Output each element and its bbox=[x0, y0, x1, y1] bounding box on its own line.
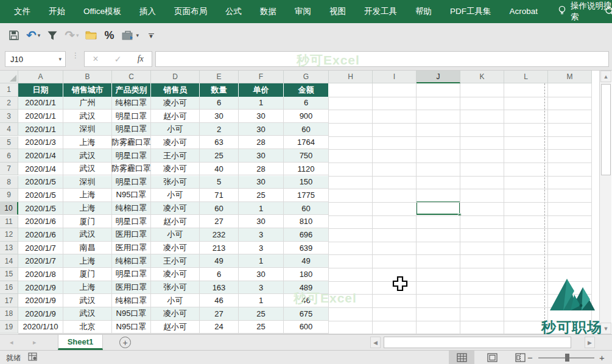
column-header-D[interactable]: D bbox=[151, 71, 200, 83]
cell-C18[interactable]: N95口罩 bbox=[112, 307, 151, 321]
row-header-7[interactable]: 7 bbox=[0, 163, 18, 176]
cell-A7[interactable]: 2020/1/4 bbox=[18, 163, 63, 176]
cell-A5[interactable]: 2020/1/3 bbox=[18, 136, 63, 150]
row-header-10[interactable]: 10 bbox=[0, 202, 18, 215]
cell-B7[interactable]: 武汉 bbox=[63, 163, 112, 176]
cell-B8[interactable]: 深圳 bbox=[63, 176, 112, 189]
menu-tab-帮助[interactable]: 帮助 bbox=[406, 0, 441, 23]
cell-F14[interactable]: 1 bbox=[239, 254, 284, 268]
cell-C13[interactable]: 医用口罩 bbox=[112, 242, 151, 255]
cell-D15[interactable]: 凌小可 bbox=[151, 268, 200, 281]
column-header-A[interactable]: A bbox=[18, 71, 63, 83]
cell-E11[interactable]: 27 bbox=[200, 215, 239, 229]
table-header-金额[interactable]: 金额 bbox=[284, 83, 329, 97]
row-header-15[interactable]: 15 bbox=[0, 268, 18, 281]
cell-A18[interactable]: 2020/1/9 bbox=[18, 307, 63, 321]
cell-A19[interactable]: 2020/1/10 bbox=[18, 321, 63, 334]
column-header-I[interactable]: I bbox=[373, 71, 417, 83]
cell-D11[interactable]: 赵小可 bbox=[151, 215, 200, 229]
cell-C10[interactable]: 纯棉口罩 bbox=[112, 202, 151, 215]
macro-record-icon[interactable] bbox=[28, 352, 38, 363]
row-header-9[interactable]: 9 bbox=[0, 189, 18, 202]
cell-E14[interactable]: 49 bbox=[200, 254, 239, 268]
cell-E19[interactable]: 24 bbox=[200, 321, 239, 334]
cell-E9[interactable]: 71 bbox=[200, 189, 239, 202]
menu-tab-文件[interactable]: 文件 bbox=[5, 0, 40, 23]
name-box-dropdown-icon[interactable]: ▾ bbox=[58, 56, 62, 62]
cell-E4[interactable]: 2 bbox=[200, 123, 239, 136]
next-sheet-icon[interactable]: ▸ bbox=[33, 338, 37, 346]
cell-F16[interactable]: 3 bbox=[239, 281, 284, 295]
filter-icon[interactable] bbox=[44, 26, 60, 44]
cell-A9[interactable]: 2020/1/5 bbox=[18, 189, 63, 202]
cell-G11[interactable]: 810 bbox=[284, 215, 329, 229]
column-header-G[interactable]: G bbox=[284, 71, 329, 83]
save-icon[interactable] bbox=[6, 26, 22, 44]
column-header-C[interactable]: C bbox=[112, 71, 151, 83]
prev-sheet-icon[interactable]: ◂ bbox=[10, 338, 13, 346]
cell-B15[interactable]: 厦门 bbox=[63, 268, 112, 281]
cell-E15[interactable]: 6 bbox=[200, 268, 239, 281]
cell-A3[interactable]: 2020/1/1 bbox=[18, 110, 63, 123]
row-header-4[interactable]: 4 bbox=[0, 123, 18, 136]
cell-F15[interactable]: 30 bbox=[239, 268, 284, 281]
cell-E17[interactable]: 46 bbox=[200, 294, 239, 307]
percent-style-icon[interactable]: % bbox=[102, 26, 118, 44]
column-header-J[interactable]: J bbox=[417, 71, 460, 83]
cell-C16[interactable]: 医用口罩 bbox=[112, 281, 151, 295]
normal-view-icon[interactable] bbox=[449, 351, 474, 364]
cell-D19[interactable]: 赵小可 bbox=[151, 321, 200, 334]
table-header-销售员[interactable]: 销售员 bbox=[151, 83, 200, 97]
cell-F11[interactable]: 30 bbox=[239, 215, 284, 229]
cell-D18[interactable]: 凌小可 bbox=[151, 307, 200, 321]
cell-D3[interactable]: 赵小可 bbox=[151, 110, 200, 123]
cell-C4[interactable]: 明星口罩 bbox=[112, 123, 151, 136]
cell-A12[interactable]: 2020/1/6 bbox=[18, 228, 63, 242]
workbook-tool-icon[interactable]: ▾ bbox=[120, 26, 141, 44]
cell-G8[interactable]: 150 bbox=[284, 176, 329, 189]
cell-A17[interactable]: 2020/1/9 bbox=[18, 294, 63, 307]
cell-B3[interactable]: 武汉 bbox=[63, 110, 112, 123]
cell-C17[interactable]: 纯棉口罩 bbox=[112, 294, 151, 307]
cell-F10[interactable]: 1 bbox=[239, 202, 284, 215]
cell-G12[interactable]: 696 bbox=[284, 228, 329, 242]
table-header-单价[interactable]: 单价 bbox=[239, 83, 284, 97]
cell-F19[interactable]: 25 bbox=[239, 321, 284, 334]
cell-F17[interactable]: 1 bbox=[239, 294, 284, 307]
row-header-13[interactable]: 13 bbox=[0, 242, 18, 255]
redo-icon[interactable]: ↷▾ bbox=[63, 26, 80, 44]
menu-tab-插入[interactable]: 插入 bbox=[130, 0, 165, 23]
menu-tab-页面布局[interactable]: 页面布局 bbox=[165, 0, 216, 23]
horizontal-scrollbar[interactable]: ◀ ▶ bbox=[370, 337, 608, 348]
enter-icon[interactable]: ✓ bbox=[114, 54, 122, 64]
table-header-数量[interactable]: 数量 bbox=[200, 83, 239, 97]
cell-E12[interactable]: 232 bbox=[200, 228, 239, 242]
cell-B13[interactable]: 南昌 bbox=[63, 242, 112, 255]
undo-icon[interactable]: ↶▾ bbox=[24, 26, 42, 44]
cell-G15[interactable]: 180 bbox=[284, 268, 329, 281]
cell-C7[interactable]: 防雾霾口罩 bbox=[112, 163, 151, 176]
cell-A8[interactable]: 2020/1/5 bbox=[18, 176, 63, 189]
cell-B16[interactable]: 上海 bbox=[63, 281, 112, 295]
cell-B12[interactable]: 武汉 bbox=[63, 228, 112, 242]
cell-D16[interactable]: 张小可 bbox=[151, 281, 200, 295]
zoom-out-icon[interactable]: − bbox=[527, 352, 533, 363]
row-header-1[interactable]: 1 bbox=[0, 83, 18, 97]
cell-A16[interactable]: 2020/1/9 bbox=[18, 281, 63, 295]
scroll-left-icon[interactable]: ◀ bbox=[370, 337, 381, 348]
cell-F18[interactable]: 25 bbox=[239, 307, 284, 321]
menu-tab-数据[interactable]: 数据 bbox=[251, 0, 286, 23]
cell-E6[interactable]: 25 bbox=[200, 149, 239, 163]
cell-A10[interactable]: 2020/1/5 bbox=[18, 202, 63, 215]
cell-D12[interactable]: 小可 bbox=[151, 228, 200, 242]
cell-C6[interactable]: 明星口罩 bbox=[112, 149, 151, 163]
table-header-日期[interactable]: 日期 bbox=[18, 83, 63, 97]
menu-tab-视图[interactable]: 视图 bbox=[320, 0, 355, 23]
cell-F3[interactable]: 30 bbox=[239, 110, 284, 123]
cell-A11[interactable]: 2020/1/6 bbox=[18, 215, 63, 229]
cell-C11[interactable]: 明星口罩 bbox=[112, 215, 151, 229]
open-folder-icon[interactable] bbox=[83, 26, 99, 44]
cell-G19[interactable]: 600 bbox=[284, 321, 329, 334]
cell-F4[interactable]: 30 bbox=[239, 123, 284, 136]
cell-E5[interactable]: 63 bbox=[200, 136, 239, 150]
